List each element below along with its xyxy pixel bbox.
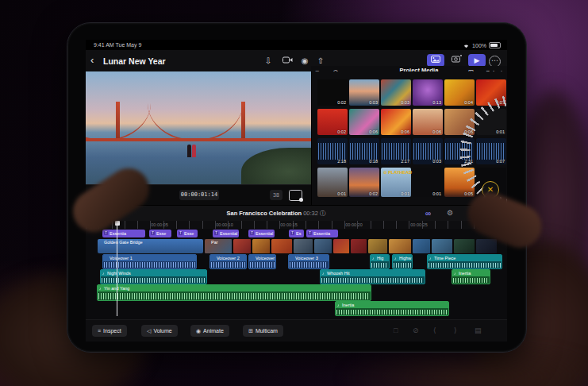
media-thumb[interactable]: 0:06 — [349, 109, 379, 135]
timeline-project-name: San Francisco Celebration 00:32 ⓘ — [181, 210, 371, 218]
media-thumb[interactable]: 0:04 — [444, 79, 475, 106]
fullscreen-display-icon[interactable] — [289, 190, 302, 201]
trim-left-icon[interactable]: ⟨ — [433, 326, 436, 334]
video-clip[interactable] — [476, 239, 498, 253]
ruler-label: 00:00:20 — [345, 222, 362, 227]
sfx-clip[interactable]: ♪Highw — [392, 254, 413, 269]
voiceover-clip[interactable]: Voiceover 3 — [248, 254, 276, 269]
video-clip[interactable] — [351, 239, 367, 253]
camera-add-icon[interactable] — [448, 54, 465, 67]
multicam-button[interactable]: ⊞Multicam — [243, 325, 283, 337]
waveform — [413, 143, 442, 160]
audio-thumb[interactable]: 2:17 — [381, 138, 411, 164]
camera-icon[interactable] — [281, 56, 294, 66]
music-clip[interactable]: ♪Inertia — [452, 269, 490, 284]
audio-thumb[interactable]: 0:18 — [349, 138, 379, 164]
headland — [241, 148, 311, 184]
video-clip[interactable] — [454, 239, 475, 253]
inspect-button[interactable]: ≡Inspect — [92, 325, 127, 337]
wifi-icon — [463, 43, 470, 48]
person-silhouette — [187, 145, 191, 157]
title-clip[interactable]: TEsse — [149, 230, 171, 237]
video-clip[interactable] — [271, 239, 293, 253]
title-clip[interactable]: TEs — [289, 230, 304, 237]
viewer-zoom-chip[interactable]: 38 — [270, 190, 282, 200]
viewer-video[interactable] — [86, 71, 311, 184]
video-clip[interactable] — [314, 239, 332, 253]
person-silhouette — [192, 145, 196, 157]
bridge-cable — [148, 103, 243, 141]
media-thumb[interactable]: 0:01 — [413, 168, 443, 197]
title-clip[interactable]: TEssentia — [306, 230, 338, 237]
media-thumb[interactable]: 0:06 — [413, 109, 443, 135]
inspect-icon: ≡ — [98, 325, 101, 337]
animate-button[interactable]: ◉Animate — [190, 325, 229, 337]
status-time: 9:41 AM Tue May 9 — [94, 42, 141, 48]
timeline-tracks: TEssentia TEsse TEsse TEssential Titl TE… — [86, 229, 507, 319]
import-icon[interactable]: ⇩ — [262, 56, 275, 66]
music-clip[interactable]: ♪Inertia — [335, 301, 449, 316]
media-thumb[interactable]: 0:13 — [413, 79, 443, 106]
playhead[interactable] — [117, 221, 117, 316]
title-clip[interactable]: TEssential Titl — [248, 230, 275, 237]
video-clip[interactable] — [252, 239, 271, 253]
title-clip[interactable]: TEsse — [177, 230, 198, 237]
record-voiceover-icon[interactable]: ◉ — [298, 56, 311, 66]
waveform — [318, 143, 347, 160]
media-thumb[interactable]: 0:06 — [381, 109, 411, 135]
video-clip[interactable] — [368, 239, 388, 253]
waveform — [371, 263, 388, 268]
battery-icon — [489, 42, 501, 48]
video-clip-golden-gate[interactable]: Golden Gate Bridge — [98, 239, 203, 253]
playback-button[interactable]: ▶ — [468, 54, 486, 67]
video-clip[interactable] — [294, 239, 313, 253]
disable-icon[interactable]: ⊘ — [413, 326, 419, 334]
video-clip[interactable] — [432, 239, 453, 253]
speaker-icon: ◁ — [147, 325, 151, 337]
waveform — [98, 293, 370, 299]
info-icon[interactable]: ⓘ — [320, 210, 326, 217]
sfx-clip[interactable]: ♪Hig — [370, 254, 390, 269]
overwrite-icon[interactable]: ▤ — [475, 326, 482, 334]
title-clip[interactable]: TEssentia — [102, 230, 145, 237]
audio-thumb[interactable]: 0:03 — [413, 138, 443, 164]
timeline-duration: 00:32 — [303, 210, 318, 217]
video-clip[interactable] — [233, 239, 252, 253]
media-thumb[interactable]: 0:03 — [381, 79, 411, 106]
title-clip[interactable]: TEssential Titl — [213, 230, 239, 237]
voiceover-clip[interactable]: Voiceover 2 — [209, 254, 247, 269]
timecode-display[interactable]: 00:00:01:14 — [179, 190, 219, 200]
loop-icon[interactable]: ∞ — [425, 209, 431, 218]
voiceover-clip[interactable]: Voiceover 3 — [288, 254, 329, 269]
trim-right-icon[interactable]: ⟩ — [454, 326, 457, 334]
waveform — [104, 262, 195, 268]
volume-button[interactable]: ◁Volume — [141, 325, 178, 337]
sfx-clip[interactable]: ♪Time Piece — [427, 254, 502, 269]
ruler-label: 00:00:25 — [410, 222, 427, 227]
sfx-clip[interactable]: ♪Whoosh Hit — [320, 269, 425, 284]
media-browser-button[interactable] — [427, 54, 444, 67]
video-clip[interactable] — [333, 239, 350, 253]
media-thumb[interactable]: 0:01 — [317, 168, 348, 197]
back-button[interactable]: ‹ — [90, 54, 94, 66]
media-thumb[interactable]: 0:02 — [317, 109, 348, 135]
media-thumb[interactable]: 0:02 — [317, 79, 348, 106]
delete-icon[interactable]: □ — [394, 326, 398, 334]
music-clip[interactable]: ♪Yin and Yang — [97, 284, 371, 301]
playhead-badge: ⊙ PLAYHEAD — [383, 170, 412, 175]
ruler-label: 00:00:05 — [151, 222, 167, 227]
media-thumb[interactable]: 0:03 — [349, 79, 379, 106]
video-clip[interactable]: Par — [205, 239, 233, 253]
bottom-toolbar: ≡Inspect ◁Volume ◉Animate ⊞Multicam □ ⊘ … — [86, 319, 507, 342]
audio-thumb[interactable]: 2:18 — [317, 138, 348, 164]
video-clip[interactable] — [413, 239, 431, 253]
timeline-header: San Francisco Celebration 00:32 ⓘ ∞ ⚙ — [86, 205, 507, 222]
ruler-label: 00:00:10 — [216, 222, 233, 227]
media-thumb[interactable]: 0:02 — [349, 168, 379, 197]
project-title: Lunar New Year — [103, 56, 166, 66]
share-icon[interactable]: ⇧ — [314, 56, 327, 66]
timeline-settings-icon[interactable]: ⚙ — [447, 209, 453, 217]
video-clip[interactable] — [389, 239, 412, 253]
waveform — [321, 278, 424, 283]
battery-percent: 100% — [472, 43, 486, 48]
